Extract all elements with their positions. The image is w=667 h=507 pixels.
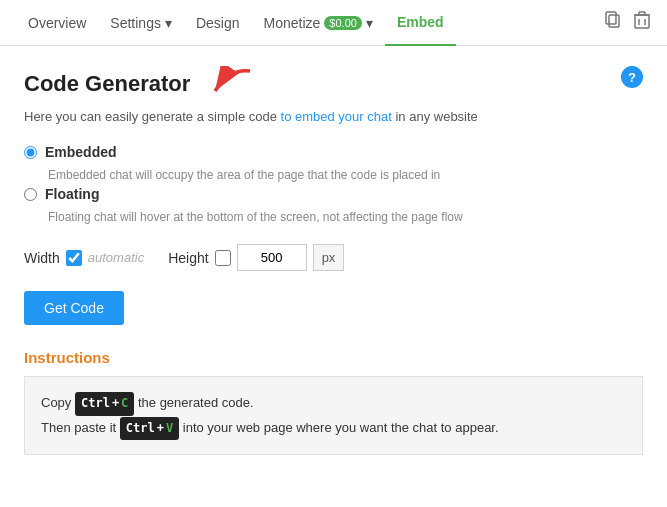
- height-input[interactable]: [237, 244, 307, 271]
- width-label: Width: [24, 250, 60, 266]
- height-unit: px: [313, 244, 345, 271]
- instructions-line2: Then paste it Ctrl+V into your web page …: [41, 416, 626, 441]
- subtitle-link[interactable]: to embed your chat: [281, 109, 392, 124]
- page-title: Code Generator: [24, 71, 190, 97]
- subtitle: Here you can easily generate a simple co…: [24, 109, 643, 124]
- nav-settings-chevron: ▾: [165, 15, 172, 31]
- svg-rect-1: [606, 12, 616, 24]
- nav-design[interactable]: Design: [184, 1, 252, 45]
- width-auto-text: automatic: [88, 250, 144, 265]
- get-code-button[interactable]: Get Code: [24, 291, 124, 325]
- ctrl-v-kbd: Ctrl+V: [120, 417, 179, 441]
- nav-overview[interactable]: Overview: [16, 1, 98, 45]
- nav-settings[interactable]: Settings ▾: [98, 1, 184, 45]
- instructions-box: Copy Ctrl+C the generated code. Then pas…: [24, 376, 643, 455]
- line2-before: Then paste it: [41, 420, 120, 435]
- radio-floating-desc: Floating chat will hover at the bottom o…: [48, 210, 643, 224]
- instructions-title: Instructions: [24, 349, 643, 366]
- copy-text: Copy: [41, 395, 75, 410]
- instructions-section: Instructions Copy Ctrl+C the generated c…: [24, 349, 643, 455]
- line2-after: into your web page where you want the ch…: [179, 420, 498, 435]
- nav-bar: Overview Settings ▾ Design Monetize $0.0…: [0, 0, 667, 46]
- height-group: Height px: [168, 244, 344, 271]
- nav-embed[interactable]: Embed: [385, 0, 456, 46]
- nav-embed-label: Embed: [397, 14, 444, 30]
- ctrl-c-kbd: Ctrl+C: [75, 392, 134, 416]
- radio-embedded-desc: Embedded chat will occupy the area of th…: [48, 168, 643, 182]
- nav-actions: [605, 10, 651, 35]
- dimensions-row: Width automatic Height px: [24, 244, 643, 271]
- help-icon[interactable]: ?: [621, 66, 643, 88]
- delete-icon[interactable]: [633, 10, 651, 35]
- radio-floating[interactable]: [24, 188, 37, 201]
- width-checkbox[interactable]: [66, 250, 82, 266]
- nav-settings-label: Settings: [110, 15, 161, 31]
- monetize-badge: $0.00: [324, 16, 362, 30]
- width-group: Width automatic: [24, 250, 144, 266]
- height-label: Height: [168, 250, 208, 266]
- svg-rect-0: [609, 15, 619, 27]
- radio-embedded[interactable]: [24, 146, 37, 159]
- line1-after: the generated code.: [134, 395, 253, 410]
- svg-rect-2: [635, 15, 649, 28]
- main-content: ? Code Generator Here you can easily gen…: [0, 46, 667, 475]
- embed-type-group: Embedded Embedded chat will occupy the a…: [24, 144, 643, 224]
- nav-overview-label: Overview: [28, 15, 86, 31]
- radio-option-floating[interactable]: Floating: [24, 186, 643, 202]
- nav-monetize[interactable]: Monetize $0.00 ▾: [252, 1, 385, 45]
- nav-design-label: Design: [196, 15, 240, 31]
- subtitle-text-before: Here you can easily generate a simple co…: [24, 109, 281, 124]
- height-checkbox[interactable]: [215, 250, 231, 266]
- page-title-row: Code Generator: [24, 66, 643, 101]
- instructions-line1: Copy Ctrl+C the generated code.: [41, 391, 626, 416]
- subtitle-text-after: in any website: [392, 109, 478, 124]
- nav-monetize-chevron: ▾: [366, 15, 373, 31]
- nav-monetize-label: Monetize: [264, 15, 321, 31]
- arrow-icon: [200, 66, 260, 101]
- copy-page-icon[interactable]: [605, 11, 623, 34]
- radio-embedded-label: Embedded: [45, 144, 117, 160]
- radio-option-embedded[interactable]: Embedded: [24, 144, 643, 160]
- radio-floating-label: Floating: [45, 186, 99, 202]
